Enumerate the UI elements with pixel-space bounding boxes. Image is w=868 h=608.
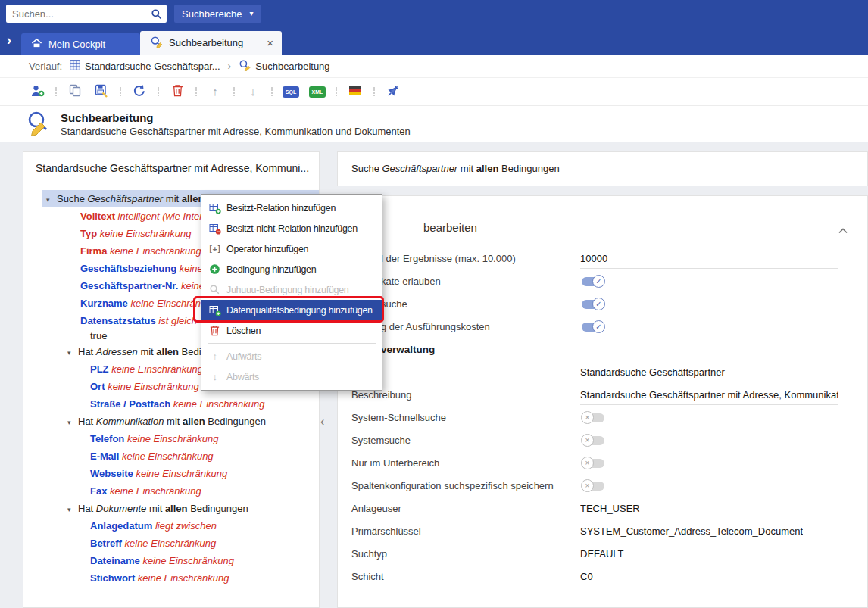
- tree-row[interactable]: Webseite keine Einschränkung: [23, 465, 319, 482]
- nav-expand-icon[interactable]: ›: [7, 33, 11, 48]
- tree-text: Kurzname: [80, 298, 130, 309]
- detail-row: AnlageuserTECH_USER: [338, 497, 867, 520]
- move-down-button[interactable]: ↓: [245, 83, 261, 101]
- toolbar-separator: [158, 87, 159, 96]
- tree-row[interactable]: Anlagedatum liegt zwischen: [23, 517, 319, 535]
- tab-bar: › Mein Cockpit Suchbearbeitung ×: [0, 27, 868, 55]
- search-scope-button[interactable]: Suchbereiche ▾: [174, 5, 261, 23]
- tree-text: Typ: [80, 228, 100, 239]
- tree-row[interactable]: Betreff keine Einschränkung: [23, 535, 319, 552]
- breadcrumb-item-suchbearbeitung[interactable]: Suchbearbeitung: [239, 59, 329, 73]
- move-up-button[interactable]: ↑: [207, 83, 223, 101]
- menu-item-label: Bedingung hinzufügen: [226, 264, 316, 275]
- field-value[interactable]: Standardsuche Geschäftspartner: [580, 363, 838, 382]
- top-bar: Suchbereiche ▾: [0, 0, 868, 27]
- delete-button[interactable]: [169, 83, 186, 101]
- plus-circle-icon: [208, 263, 221, 275]
- field-value: C0: [580, 566, 593, 588]
- field-value[interactable]: Standardsuche Geschäftspartner mit Adres…: [580, 386, 838, 405]
- field-label: Primärschlüssel: [351, 520, 421, 543]
- delete-icon: [172, 84, 183, 99]
- menu-item-add-operator[interactable]: [+]Operator hinzufügen: [201, 239, 382, 259]
- menu-item-label: Besitzt-Relation hinzufügen: [226, 203, 336, 214]
- toggle-on[interactable]: ✓: [582, 277, 604, 286]
- search-icon[interactable]: [151, 8, 162, 20]
- field-label: l der Ergebnisse (max. 10.000): [381, 248, 516, 270]
- expand-arrow-icon[interactable]: ▾: [46, 192, 57, 207]
- tree-text: keine Einschränkung: [142, 555, 234, 566]
- menu-item-move-up[interactable]: ↑Aufwärts: [201, 346, 382, 366]
- tree-row[interactable]: Straße / Postfach keine Einschränkung: [23, 395, 319, 413]
- tree-row[interactable]: Fax keine Einschränkung: [23, 482, 319, 500]
- tree-text: mit: [146, 503, 165, 514]
- copy-button[interactable]: [67, 83, 83, 101]
- tree-text: Bedingungen: [205, 416, 266, 427]
- tree-panel-title: Standardsuche Geschäftspartner mit Adres…: [23, 152, 319, 174]
- breadcrumb-item-standardsuche[interactable]: Standardsuche Geschäftspar...: [70, 60, 220, 73]
- tab-suchbearbeitung[interactable]: Suchbearbeitung ×: [140, 31, 282, 55]
- sql-button[interactable]: SQL: [283, 83, 299, 101]
- tree-row[interactable]: ▾Hat Dokumente mit allen Bedingungen: [23, 500, 319, 517]
- menu-item-add-relation[interactable]: Besitzt-Relation hinzufügen: [201, 198, 382, 218]
- language-button[interactable]: [347, 83, 364, 101]
- sql-badge-icon: SQL: [283, 86, 299, 98]
- xml-button[interactable]: XML: [309, 83, 326, 101]
- tree-row[interactable]: Stichwort keine Einschränkung: [23, 569, 319, 587]
- collapse-panel-icon[interactable]: ‹: [320, 416, 324, 428]
- save-button[interactable]: [93, 83, 110, 101]
- field-value: SYSTEM_Customer_Address_Telecom_Document: [580, 520, 803, 543]
- x-icon: ×: [581, 457, 594, 469]
- table-add-white-icon: [208, 304, 221, 316]
- node-header-text: mit: [457, 163, 476, 174]
- field-value[interactable]: 10000: [580, 250, 838, 269]
- application-window: Suchbereiche ▾ › Mein Cockpit Suchbearbe…: [0, 0, 868, 608]
- search-input[interactable]: [11, 8, 151, 20]
- node-header-text: Bedingungen: [498, 163, 559, 174]
- toggle-off[interactable]: ×: [582, 482, 604, 491]
- detail-row: kate erlauben✓: [338, 270, 867, 293]
- menu-item-add-juhuuu-condition[interactable]: Juhuuu-Bedingung hinzufügen: [201, 279, 382, 300]
- toggle-off[interactable]: ×: [582, 436, 604, 445]
- tree-text: keine Einschränkung: [110, 245, 201, 257]
- toggle-on[interactable]: ✓: [582, 323, 604, 332]
- menu-item-label: Besitzt-nicht-Relation hinzufügen: [226, 223, 358, 234]
- menu-separator: [208, 343, 376, 344]
- menu-item-add-dataquality-condition[interactable]: Datenqualitätsbedingung hinzufügen: [201, 300, 382, 320]
- menu-item-add-not-relation[interactable]: Besitzt-nicht-Relation hinzufügen: [201, 218, 382, 239]
- menu-arrow-down-icon: ↓: [208, 372, 221, 382]
- expand-arrow-icon[interactable]: ▾: [67, 501, 78, 517]
- pin-button[interactable]: [385, 83, 401, 101]
- tree-text: keine Einschränkung: [108, 381, 199, 392]
- tree-row[interactable]: ▾Hat Kommunikation mit allen Bedingungen: [23, 413, 319, 430]
- toggle-off[interactable]: ×: [582, 413, 604, 422]
- tab-mein-cockpit[interactable]: Mein Cockpit: [21, 33, 140, 55]
- menu-item-label: Datenqualitätsbedingung hinzufügen: [226, 305, 373, 316]
- tree-text: Telefon: [90, 433, 127, 444]
- collapse-section-icon[interactable]: [838, 225, 848, 236]
- global-search[interactable]: [6, 5, 167, 23]
- toggle-on[interactable]: ✓: [582, 300, 604, 309]
- tree-text: Hat: [78, 416, 96, 427]
- tree-text: true: [90, 330, 107, 341]
- refresh-button[interactable]: [131, 83, 148, 101]
- check-icon: ✓: [592, 320, 605, 333]
- home-icon: [31, 38, 42, 51]
- close-icon[interactable]: ×: [267, 36, 273, 49]
- tree-text: keine Einschränkung: [122, 451, 214, 462]
- x-icon: ×: [581, 434, 594, 447]
- toolbar: ↑↓SQLXML: [0, 78, 868, 106]
- tree-row[interactable]: E-Mail keine Einschränkung: [23, 447, 319, 465]
- menu-item-move-down[interactable]: ↓Abwärts: [201, 366, 382, 387]
- tree-row[interactable]: Telefon keine Einschränkung: [23, 430, 319, 447]
- expand-arrow-icon[interactable]: ▾: [67, 414, 78, 430]
- expand-arrow-icon[interactable]: ▾: [67, 345, 78, 360]
- tree-row[interactable]: Dateiname keine Einschränkung: [23, 552, 319, 569]
- toggle-off[interactable]: ×: [582, 459, 604, 468]
- tree-text: keine Einschränkung: [136, 468, 227, 479]
- detail-row: l der Ergebnisse (max. 10.000)10000: [338, 248, 867, 270]
- menu-item-add-condition[interactable]: Bedingung hinzufügen: [201, 259, 382, 279]
- menu-item-delete[interactable]: Löschen: [201, 320, 382, 341]
- tree-text: allen: [165, 503, 188, 514]
- x-icon: ×: [581, 479, 594, 492]
- new-record-button[interactable]: [29, 83, 45, 101]
